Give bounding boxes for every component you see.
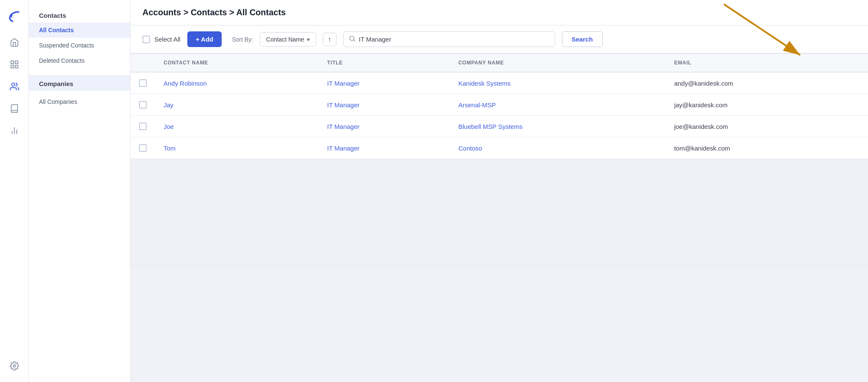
table-row: Joe IT Manager Bluebell MSP Systems joe@… — [131, 116, 868, 137]
all-contacts-nav[interactable]: All Contacts — [29, 22, 130, 38]
email-cell: tom@kanidesk.com — [666, 137, 868, 159]
company-cell: Contoso — [450, 137, 665, 159]
company-link-2[interactable]: Bluebell MSP Systems — [458, 123, 522, 130]
book-icon[interactable] — [5, 99, 24, 118]
row-checkbox-cell — [131, 94, 155, 116]
select-all-label[interactable]: Select All — [154, 36, 181, 43]
deleted-contacts-nav[interactable]: Deleted Contacts — [29, 53, 130, 68]
row-checkbox-cell — [131, 72, 155, 94]
row-checkbox-2[interactable] — [139, 123, 147, 130]
title-link-2[interactable]: IT Manager — [327, 123, 359, 130]
all-companies-nav[interactable]: All Companies — [29, 94, 130, 109]
email-col-header: EMAIL — [666, 54, 868, 72]
company-cell: Kanidesk Systems — [450, 72, 665, 94]
contact-name-cell: Andy Robinson — [155, 72, 319, 94]
breadcrumb-bar: Accounts > Contacts > All Contacts — [131, 0, 868, 25]
select-all-checkbox[interactable] — [142, 36, 150, 43]
arrow-up-icon: ↑ — [328, 36, 331, 43]
sort-field-select[interactable]: Contact Name ▾ — [260, 32, 316, 47]
sort-field-value: Contact Name — [266, 36, 304, 43]
companies-section-header: Companies — [29, 75, 130, 91]
contact-name-link-0[interactable]: Andy Robinson — [164, 80, 207, 87]
icon-sidebar — [0, 0, 29, 382]
title-cell: IT Manager — [319, 94, 450, 116]
contact-name-link-1[interactable]: Jay — [164, 101, 173, 109]
row-checkbox-3[interactable] — [139, 144, 147, 152]
checkbox-col-header — [131, 54, 155, 72]
company-link-0[interactable]: Kanidesk Systems — [458, 80, 510, 87]
table-row: Tom IT Manager Contoso tom@kanidesk.com — [131, 137, 868, 159]
email-cell: jay@kanidesk.com — [666, 94, 868, 116]
users-icon[interactable] — [5, 77, 24, 96]
email-cell: joe@kanidesk.com — [666, 116, 868, 137]
row-checkbox-cell — [131, 116, 155, 137]
contact-name-link-3[interactable]: Tom — [164, 145, 175, 152]
settings-icon[interactable] — [5, 357, 24, 375]
table-row: Andy Robinson IT Manager Kanidesk System… — [131, 72, 868, 94]
contact-name-cell: Joe — [155, 116, 319, 137]
row-checkbox-cell — [131, 137, 155, 159]
company-name-col-header: COMPANY NAME — [450, 54, 665, 72]
title-cell: IT Manager — [319, 137, 450, 159]
select-all-wrapper: Select All — [142, 36, 181, 43]
email-text-2: joe@kanidesk.com — [674, 123, 728, 130]
row-checkbox-0[interactable] — [139, 79, 147, 87]
chart-icon[interactable] — [5, 121, 24, 140]
svg-rect-5 — [15, 65, 17, 68]
email-cell: andy@kanidesk.com — [666, 72, 868, 94]
title-link-1[interactable]: IT Manager — [327, 101, 359, 109]
search-icon — [349, 35, 356, 44]
company-cell: Arsenal-MSP — [450, 94, 665, 116]
contact-name-cell: Tom — [155, 137, 319, 159]
svg-rect-2 — [11, 61, 13, 64]
search-input[interactable] — [359, 32, 550, 47]
table-container: CONTACT NAME TITLE COMPANY NAME EMAIL An… — [131, 54, 868, 382]
contacts-table: CONTACT NAME TITLE COMPANY NAME EMAIL An… — [131, 54, 868, 159]
company-link-3[interactable]: Contoso — [458, 145, 482, 152]
svg-point-6 — [11, 83, 14, 86]
search-wrapper — [343, 31, 555, 47]
toolbar: Select All + Add Sort By: Contact Name ▾… — [131, 25, 868, 54]
table-header-row: CONTACT NAME TITLE COMPANY NAME EMAIL — [131, 54, 868, 72]
title-col-header: TITLE — [319, 54, 450, 72]
logo-icon[interactable] — [5, 7, 24, 25]
email-text-1: jay@kanidesk.com — [674, 101, 728, 109]
contact-name-col-header: CONTACT NAME — [155, 54, 319, 72]
sort-asc-button[interactable]: ↑ — [323, 33, 337, 46]
company-link-1[interactable]: Arsenal-MSP — [458, 101, 495, 109]
svg-line-12 — [353, 40, 355, 41]
breadcrumb: Accounts > Contacts > All Contacts — [142, 8, 286, 17]
email-text-0: andy@kanidesk.com — [674, 80, 733, 87]
company-cell: Bluebell MSP Systems — [450, 116, 665, 137]
search-button[interactable]: Search — [562, 31, 603, 47]
grid-icon[interactable] — [5, 55, 24, 74]
add-button[interactable]: + Add — [187, 31, 222, 47]
empty-table-space — [131, 159, 868, 269]
suspended-contacts-nav[interactable]: Suspended Contacts — [29, 38, 130, 53]
nav-sidebar: Contacts All Contacts Suspended Contacts… — [29, 0, 131, 382]
svg-rect-4 — [11, 65, 13, 68]
svg-point-10 — [13, 365, 16, 367]
contacts-section-header: Contacts — [29, 7, 130, 22]
row-checkbox-1[interactable] — [139, 101, 147, 109]
contact-name-link-2[interactable]: Joe — [164, 123, 174, 130]
main-content: Accounts > Contacts > All Contacts Selec… — [131, 0, 868, 382]
title-link-0[interactable]: IT Manager — [327, 80, 359, 87]
sort-by-label: Sort By: — [232, 36, 253, 43]
table-row: Jay IT Manager Arsenal-MSP jay@kanidesk.… — [131, 94, 868, 116]
title-cell: IT Manager — [319, 72, 450, 94]
title-link-3[interactable]: IT Manager — [327, 145, 359, 152]
title-cell: IT Manager — [319, 116, 450, 137]
contact-name-cell: Jay — [155, 94, 319, 116]
chevron-down-icon: ▾ — [307, 36, 310, 43]
svg-rect-3 — [15, 61, 17, 64]
email-text-3: tom@kanidesk.com — [674, 145, 730, 152]
home-icon[interactable] — [5, 33, 24, 52]
